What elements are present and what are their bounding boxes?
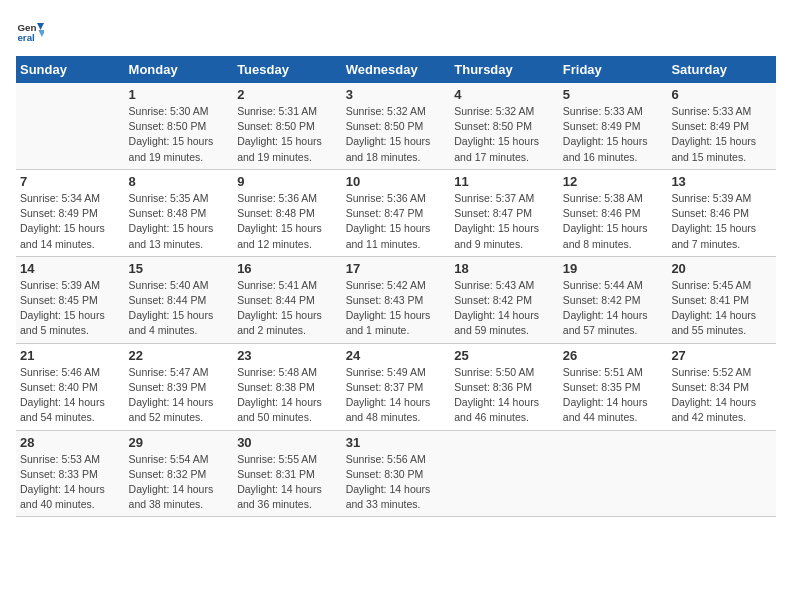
day-info: Sunrise: 5:34 AM Sunset: 8:49 PM Dayligh… [20,191,121,252]
day-info: Sunrise: 5:33 AM Sunset: 8:49 PM Dayligh… [671,104,772,165]
header-day-wednesday: Wednesday [342,56,451,83]
calendar-cell: 15Sunrise: 5:40 AM Sunset: 8:44 PM Dayli… [125,256,234,343]
day-info: Sunrise: 5:56 AM Sunset: 8:30 PM Dayligh… [346,452,447,513]
calendar-cell: 19Sunrise: 5:44 AM Sunset: 8:42 PM Dayli… [559,256,668,343]
day-number: 12 [563,174,664,189]
header-day-friday: Friday [559,56,668,83]
day-number: 25 [454,348,555,363]
calendar-cell: 27Sunrise: 5:52 AM Sunset: 8:34 PM Dayli… [667,343,776,430]
day-info: Sunrise: 5:35 AM Sunset: 8:48 PM Dayligh… [129,191,230,252]
day-info: Sunrise: 5:49 AM Sunset: 8:37 PM Dayligh… [346,365,447,426]
day-info: Sunrise: 5:53 AM Sunset: 8:33 PM Dayligh… [20,452,121,513]
day-number: 10 [346,174,447,189]
day-number: 20 [671,261,772,276]
day-number: 24 [346,348,447,363]
day-number: 7 [20,174,121,189]
header-day-thursday: Thursday [450,56,559,83]
day-number: 22 [129,348,230,363]
calendar-cell: 22Sunrise: 5:47 AM Sunset: 8:39 PM Dayli… [125,343,234,430]
day-info: Sunrise: 5:40 AM Sunset: 8:44 PM Dayligh… [129,278,230,339]
day-number: 17 [346,261,447,276]
calendar-cell: 9Sunrise: 5:36 AM Sunset: 8:48 PM Daylig… [233,169,342,256]
calendar-cell: 11Sunrise: 5:37 AM Sunset: 8:47 PM Dayli… [450,169,559,256]
header-day-monday: Monday [125,56,234,83]
day-info: Sunrise: 5:42 AM Sunset: 8:43 PM Dayligh… [346,278,447,339]
day-info: Sunrise: 5:38 AM Sunset: 8:46 PM Dayligh… [563,191,664,252]
day-info: Sunrise: 5:52 AM Sunset: 8:34 PM Dayligh… [671,365,772,426]
day-info: Sunrise: 5:39 AM Sunset: 8:46 PM Dayligh… [671,191,772,252]
calendar-week-0: 1Sunrise: 5:30 AM Sunset: 8:50 PM Daylig… [16,83,776,169]
calendar-cell: 18Sunrise: 5:43 AM Sunset: 8:42 PM Dayli… [450,256,559,343]
day-number: 15 [129,261,230,276]
calendar-cell: 14Sunrise: 5:39 AM Sunset: 8:45 PM Dayli… [16,256,125,343]
day-info: Sunrise: 5:51 AM Sunset: 8:35 PM Dayligh… [563,365,664,426]
day-number: 11 [454,174,555,189]
calendar-cell: 26Sunrise: 5:51 AM Sunset: 8:35 PM Dayli… [559,343,668,430]
day-number: 23 [237,348,338,363]
day-number: 1 [129,87,230,102]
day-number: 9 [237,174,338,189]
day-number: 14 [20,261,121,276]
day-number: 3 [346,87,447,102]
calendar-cell: 16Sunrise: 5:41 AM Sunset: 8:44 PM Dayli… [233,256,342,343]
day-number: 26 [563,348,664,363]
day-info: Sunrise: 5:43 AM Sunset: 8:42 PM Dayligh… [454,278,555,339]
calendar-cell: 20Sunrise: 5:45 AM Sunset: 8:41 PM Dayli… [667,256,776,343]
calendar-cell: 25Sunrise: 5:50 AM Sunset: 8:36 PM Dayli… [450,343,559,430]
header-day-saturday: Saturday [667,56,776,83]
day-number: 29 [129,435,230,450]
calendar-week-4: 28Sunrise: 5:53 AM Sunset: 8:33 PM Dayli… [16,430,776,517]
calendar-cell [559,430,668,517]
header-day-tuesday: Tuesday [233,56,342,83]
logo-icon: Gen eral [16,16,44,44]
calendar-cell: 8Sunrise: 5:35 AM Sunset: 8:48 PM Daylig… [125,169,234,256]
day-number: 18 [454,261,555,276]
day-info: Sunrise: 5:39 AM Sunset: 8:45 PM Dayligh… [20,278,121,339]
calendar-cell: 23Sunrise: 5:48 AM Sunset: 8:38 PM Dayli… [233,343,342,430]
day-number: 21 [20,348,121,363]
calendar-cell [16,83,125,169]
day-number: 30 [237,435,338,450]
calendar-cell: 12Sunrise: 5:38 AM Sunset: 8:46 PM Dayli… [559,169,668,256]
day-info: Sunrise: 5:32 AM Sunset: 8:50 PM Dayligh… [346,104,447,165]
calendar-cell: 5Sunrise: 5:33 AM Sunset: 8:49 PM Daylig… [559,83,668,169]
day-number: 27 [671,348,772,363]
day-number: 31 [346,435,447,450]
calendar-cell: 2Sunrise: 5:31 AM Sunset: 8:50 PM Daylig… [233,83,342,169]
day-info: Sunrise: 5:55 AM Sunset: 8:31 PM Dayligh… [237,452,338,513]
day-info: Sunrise: 5:46 AM Sunset: 8:40 PM Dayligh… [20,365,121,426]
svg-marker-2 [37,23,44,30]
calendar-week-1: 7Sunrise: 5:34 AM Sunset: 8:49 PM Daylig… [16,169,776,256]
calendar-cell: 31Sunrise: 5:56 AM Sunset: 8:30 PM Dayli… [342,430,451,517]
calendar-cell: 17Sunrise: 5:42 AM Sunset: 8:43 PM Dayli… [342,256,451,343]
day-info: Sunrise: 5:48 AM Sunset: 8:38 PM Dayligh… [237,365,338,426]
day-info: Sunrise: 5:44 AM Sunset: 8:42 PM Dayligh… [563,278,664,339]
calendar-cell: 13Sunrise: 5:39 AM Sunset: 8:46 PM Dayli… [667,169,776,256]
day-number: 6 [671,87,772,102]
day-info: Sunrise: 5:31 AM Sunset: 8:50 PM Dayligh… [237,104,338,165]
day-info: Sunrise: 5:36 AM Sunset: 8:48 PM Dayligh… [237,191,338,252]
day-number: 8 [129,174,230,189]
day-number: 4 [454,87,555,102]
day-info: Sunrise: 5:47 AM Sunset: 8:39 PM Dayligh… [129,365,230,426]
calendar-cell: 4Sunrise: 5:32 AM Sunset: 8:50 PM Daylig… [450,83,559,169]
day-number: 13 [671,174,772,189]
calendar-cell [667,430,776,517]
header-day-sunday: Sunday [16,56,125,83]
calendar-header-row: SundayMondayTuesdayWednesdayThursdayFrid… [16,56,776,83]
calendar-cell: 28Sunrise: 5:53 AM Sunset: 8:33 PM Dayli… [16,430,125,517]
day-number: 19 [563,261,664,276]
day-number: 16 [237,261,338,276]
day-info: Sunrise: 5:36 AM Sunset: 8:47 PM Dayligh… [346,191,447,252]
day-number: 5 [563,87,664,102]
calendar-week-2: 14Sunrise: 5:39 AM Sunset: 8:45 PM Dayli… [16,256,776,343]
header: Gen eral [16,16,776,44]
calendar-cell: 24Sunrise: 5:49 AM Sunset: 8:37 PM Dayli… [342,343,451,430]
day-info: Sunrise: 5:32 AM Sunset: 8:50 PM Dayligh… [454,104,555,165]
day-info: Sunrise: 5:37 AM Sunset: 8:47 PM Dayligh… [454,191,555,252]
day-info: Sunrise: 5:45 AM Sunset: 8:41 PM Dayligh… [671,278,772,339]
day-number: 2 [237,87,338,102]
svg-marker-3 [38,30,44,37]
calendar-cell: 10Sunrise: 5:36 AM Sunset: 8:47 PM Dayli… [342,169,451,256]
calendar-cell: 29Sunrise: 5:54 AM Sunset: 8:32 PM Dayli… [125,430,234,517]
